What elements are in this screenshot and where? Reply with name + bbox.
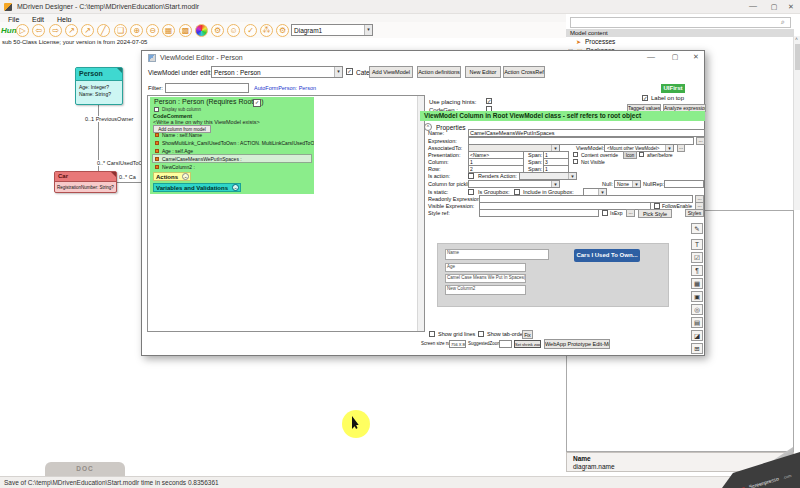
is-action-checkbox[interactable] [468,173,474,179]
dialog-minimize-button[interactable]: — [643,52,659,63]
search-input[interactable]: Start a search like this /Class[/Member] [570,17,791,28]
diagram-slide-icon[interactable]: ▦ [162,24,175,37]
viewmodel-column-row[interactable]: NewColumn2 : [162,164,195,170]
under-edit-combo[interactable]: Person : Person ▾ [211,66,343,78]
pointer-icon[interactable]: ↗ [65,24,78,37]
association-label-previous-owner[interactable]: 0..1 PreviousOwner [84,116,134,122]
pick-style-button[interactable]: Pick Style [638,209,672,218]
back-icon[interactable]: ⇦ [32,24,45,37]
association-line-car-right[interactable] [117,182,141,183]
preview-field-age[interactable]: Age [445,263,526,272]
zoom-in-icon[interactable]: ⊕ [130,24,143,37]
class-box-person[interactable]: Person Age: Integer? Name: String? [75,67,123,105]
dropdown-arrow-icon[interactable]: ▾ [568,173,576,179]
enum-column-icon[interactable]: ¶ [691,265,703,276]
preview-cars-button[interactable]: Cars I Used To Own... [574,249,640,262]
settings-gears-icon[interactable]: ⚙ [211,24,224,37]
use-placing-hints-checkbox[interactable]: ✓ [486,98,492,104]
style-ellipsis-button[interactable]: ... [626,209,635,217]
dialog-maximize-button[interactable]: ▢ [667,52,683,63]
window-maximize-button[interactable]: ▢ [766,1,782,13]
color-wheel-icon[interactable] [195,24,208,37]
chevron-down-icon[interactable]: ⌄ [232,184,239,191]
after-before-checkbox[interactable] [639,152,644,157]
style-ref-input[interactable] [479,209,599,217]
diagram-slide-alt-icon[interactable]: ▩ [179,24,192,37]
validate-icon[interactable]: ✓ [244,24,257,37]
diagram-selector[interactable]: Diagram1 ▾ [291,24,373,36]
set-shrink-zoom-button[interactable]: Set shrink zoom to fit [514,340,541,348]
viewmodel-column-row-selected[interactable]: CamelCaseMeansWePutInSpaces : [162,156,242,162]
text-column-icon[interactable]: T [691,239,703,250]
label-on-top-checkbox[interactable]: ✓ [642,95,648,101]
gear-icon[interactable]: ⚙ [276,24,289,37]
nullrep-input[interactable] [664,180,704,188]
isexp-checkbox[interactable] [602,210,608,216]
webapp-prototype-button[interactable]: WebApp Prototype Edit-Mode [544,339,610,349]
viewmodel-ellipsis-button[interactable]: ... [677,144,685,152]
picture-column-icon[interactable]: ▤ [691,317,703,328]
link-column-icon[interactable]: ◎ [691,304,703,315]
add-viewmodel-button[interactable]: Add ViewModel [369,66,413,78]
user-icon[interactable]: ☺ [227,24,240,37]
window-close-button[interactable]: ✕ [784,1,798,13]
checkbox-column-icon[interactable]: ☑ [691,252,703,263]
tree-item-processes[interactable]: Processes [585,38,615,45]
fix-button[interactable]: Fix [522,330,533,339]
forward-icon[interactable]: ⇨ [49,24,62,37]
display-sub-column-checkbox[interactable] [154,107,159,112]
preview-field-newcolumn2[interactable]: New Column2 [445,285,526,295]
suggested-zoom-input[interactable] [499,340,512,348]
name-input[interactable]: CamelCaseMeansWePutInSpaces [468,129,705,137]
renders-action-combo[interactable]: ▾ [519,172,577,180]
viewmodel-column-row[interactable]: Name : self.Name [162,132,202,138]
icon-button[interactable]: Icon [623,151,637,159]
row-input[interactable]: 2 [468,165,524,173]
scrollbar-thumb[interactable] [795,44,800,70]
viewport-icon[interactable]: ❏ [114,24,127,37]
search-icon[interactable]: ⌕ [781,18,785,26]
association-label-cars-partial[interactable]: 0..* Ca [119,174,141,180]
tree-pane-scrollbar[interactable] [417,96,424,331]
run-icon[interactable]: ▷ [16,24,29,37]
dialog-close-button[interactable]: ✕ [689,52,703,63]
dropdown-arrow-icon[interactable]: ▾ [632,181,640,187]
viewmodel-column-row[interactable]: ShowMultiLink_CarsIUsedToOwn : ACTION. M… [162,140,314,146]
style-edit-icon[interactable]: ✎ [691,223,703,234]
dropdown-arrow-icon[interactable]: ▾ [551,181,559,187]
actions-section[interactable]: Actions ⌄ [153,172,191,181]
sidebar-scrollbar[interactable]: ˄ [793,36,800,210]
show-tab-order-checkbox[interactable] [478,331,484,337]
is-static-checkbox[interactable] [468,189,474,195]
line-tool-icon[interactable]: ╱ [97,24,110,37]
share-nodes-icon[interactable]: ⁂ [260,24,273,37]
dropdown-arrow-icon[interactable]: ▾ [334,67,342,77]
date-column-icon[interactable]: ▦ [691,278,703,289]
scroll-up-icon[interactable]: ˄ [795,36,798,42]
chart-column-icon[interactable]: ◪ [691,330,703,341]
dropdown-arrow-icon[interactable]: ▾ [665,145,673,151]
pointer-line-icon[interactable]: ↗ [81,24,94,37]
action-crossref-button[interactable]: Action CrossRef [503,66,545,78]
doc-tab[interactable]: DOC [45,462,125,476]
styles-button[interactable]: Styles [685,209,704,217]
screen-size-value[interactable]: 756 X 800 [449,340,466,348]
chevron-down-icon[interactable]: ⌄ [182,173,189,180]
not-visible-checkbox[interactable] [573,159,578,164]
content-override-checkbox[interactable] [573,152,578,157]
dropdown-arrow-icon[interactable]: ▾ [364,25,372,35]
action-definitions-button[interactable]: Action definitions [417,66,461,78]
zoom-out-icon[interactable]: ⊖ [146,24,159,37]
new-editor-button[interactable]: New Editor [465,66,501,78]
filter-input[interactable] [165,83,249,93]
column-for-picklist-combo[interactable]: ▾ [468,180,560,188]
variables-section[interactable]: Variables and Validations ⌄ [153,183,241,192]
categ-checkbox[interactable]: ✓ [346,68,353,75]
null-combo[interactable]: None ▾ [614,180,641,188]
window-minimize-button[interactable]: — [744,1,762,13]
viewmodel-mount-combo[interactable]: <Mount other ViewModel> ▾ [604,144,674,152]
image-column-icon[interactable]: ▣ [691,291,703,302]
show-grid-lines-checkbox[interactable] [429,331,435,337]
autoform-link[interactable]: AutoFormPerson: Person [254,85,316,91]
preview-field-camelcase[interactable]: Camel Case Means We Put In Spaces(Extra [445,274,526,283]
